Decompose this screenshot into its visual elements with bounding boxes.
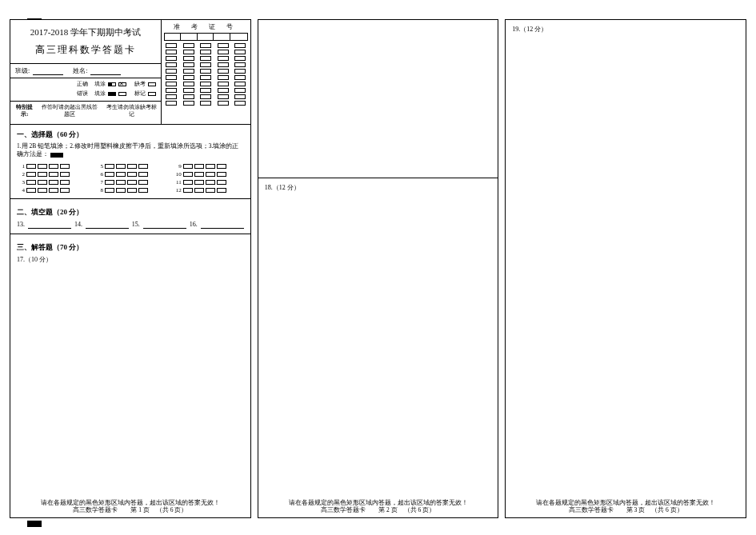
sec1-title: 一、选择题（60 分） <box>17 130 244 140</box>
footer-p1: 高三数学答题卡 第 1 页 （共 6 页） <box>73 506 187 513</box>
page-1: 2017-2018 学年下期期中考试 高三理科数学答题卡 班级: 姓名: 正确 … <box>10 19 251 518</box>
section-fill: 二、填空题（20 分） 13. 14. 15. 16. <box>10 202 250 238</box>
notice-l2: 考生请勿填涂缺考标记 <box>106 104 158 118</box>
exam-id-bubble-grid[interactable] <box>164 43 248 106</box>
class-blank[interactable] <box>33 68 63 75</box>
sec1-instr: 1.用 2B 铅笔填涂；2.修改时用塑料橡皮擦干净后，重新填涂所选项；3.填涂的… <box>17 142 244 159</box>
page-3: 19.（12 分） 请在各题规定的黑色矩形区域内答题，超出该区域的答案无效！ 高… <box>505 19 746 518</box>
page-2: 18.（12 分） 请在各题规定的黑色矩形区域内答题，超出该区域的答案无效！ 高… <box>258 19 499 518</box>
header-left: 2017-2018 学年下期期中考试 高三理科数学答题卡 班级: 姓名: 正确 … <box>10 20 161 124</box>
correct-label: 正确 <box>77 81 88 89</box>
q13-label: 13. <box>17 221 25 229</box>
fill-label2: 填涂 <box>94 90 106 98</box>
footer-p2: 高三数学答题卡 第 2 页 （共 6 页） <box>321 506 435 513</box>
exam-title-1: 2017-2018 学年下期期中考试 <box>15 26 156 38</box>
sec3-title: 三、解答题（70 分） <box>17 242 244 253</box>
class-label: 班级: <box>15 66 30 75</box>
sec2-title: 二、填空题（20 分） <box>17 207 244 218</box>
demo-x-icon <box>118 82 126 86</box>
qn-7: 7 <box>95 179 103 186</box>
name-label: 姓名: <box>73 66 87 75</box>
section-answer: 三、解答题（70 分） 17.（10 分） <box>10 238 250 517</box>
qn-5: 5 <box>95 163 103 170</box>
page2-footer: 请在各题规定的黑色矩形区域内答题，超出该区域的答案无效！ 高三数学答题卡 第 2… <box>258 499 498 515</box>
q18-label: 18.（12 分） <box>265 184 300 191</box>
qn-4: 4 <box>17 187 25 194</box>
notice-row: 特别提示: 作答时请勿超出黑线答题区 考生请勿填涂缺考标记 <box>10 102 161 121</box>
qn-11: 11 <box>174 179 182 186</box>
page1-header: 2017-2018 学年下期期中考试 高三理科数学答题卡 班级: 姓名: 正确 … <box>10 20 250 125</box>
q17-label: 17.（10 分） <box>17 255 244 264</box>
answer-sheets: 2017-2018 学年下期期中考试 高三理科数学答题卡 班级: 姓名: 正确 … <box>10 19 746 518</box>
footer-p3: 高三数学答题卡 第 3 页 （共 6 页） <box>569 506 683 513</box>
q15-label: 15. <box>132 221 140 229</box>
page2-upper-box[interactable] <box>258 20 498 178</box>
error-label: 错误 <box>77 90 88 98</box>
qn-3: 3 <box>17 179 25 186</box>
mark-label: 标记 <box>134 90 146 98</box>
absent-label: 缺考 <box>134 81 146 89</box>
student-info-box: 班级: 姓名: 正确 填涂 缺考 <box>10 63 161 121</box>
footer-warn: 请在各题规定的黑色矩形区域内答题，超出该区域的答案无效！ <box>41 499 220 506</box>
class-name-row: 班级: 姓名: <box>10 64 161 78</box>
mark-box-icon <box>148 92 156 96</box>
q14-label: 14. <box>74 221 82 229</box>
page3-box[interactable]: 19.（12 分） <box>506 20 746 517</box>
q16-label: 16. <box>190 221 198 229</box>
q19-label: 19.（12 分） <box>512 26 547 33</box>
demo-half-icon <box>108 82 116 86</box>
page2-lower-box[interactable]: 18.（12 分） <box>258 178 498 517</box>
fill-demo-solid-icon <box>50 153 63 158</box>
demo-empty-icon <box>118 92 126 96</box>
footer-warn-3: 请在各题规定的黑色矩形区域内答题，超出该区域的答案无效！ <box>536 499 715 506</box>
notice-l1: 作答时请勿超出黑线答题区 <box>39 104 100 118</box>
section-choice: 一、选择题（60 分） 1.用 2B 铅笔填涂；2.修改时用塑料橡皮擦干净后，重… <box>10 125 250 202</box>
exam-title-2: 高三理科数学答题卡 <box>15 43 156 57</box>
fill-demo-row: 正确 填涂 缺考 错误 填涂 <box>10 78 161 102</box>
qn-9: 9 <box>174 163 182 170</box>
qn-10: 10 <box>174 171 182 178</box>
qn-8: 8 <box>95 187 103 194</box>
demo-solid-icon <box>108 92 116 96</box>
qn-2: 2 <box>17 171 25 178</box>
qn-12: 12 <box>174 187 182 194</box>
qn-1: 1 <box>17 163 25 170</box>
page3-footer: 请在各题规定的黑色矩形区域内答题，超出该区域的答案无效！ 高三数学答题卡 第 3… <box>506 499 746 515</box>
exam-id-write[interactable] <box>164 33 248 41</box>
fill-blank-row[interactable]: 13. 14. 15. 16. <box>17 221 244 229</box>
fill-label: 填涂 <box>94 81 106 89</box>
qn-6: 6 <box>95 171 103 178</box>
choice-bubble-grid[interactable]: 1 5 9 2 6 10 3 7 11 4 8 12 <box>17 163 244 194</box>
exam-id-title: 准 考 证 号 <box>164 22 248 31</box>
page1-footer: 请在各题规定的黑色矩形区域内答题，超出该区域的答案无效！ 高三数学答题卡 第 1… <box>10 499 250 515</box>
notice-title: 特别提示: <box>14 104 36 118</box>
corner-marker-bl <box>27 521 42 527</box>
exam-id-panel: 准 考 证 号 <box>161 20 250 124</box>
absent-box-icon <box>148 82 156 86</box>
name-blank[interactable] <box>90 68 121 75</box>
footer-warn-2: 请在各题规定的黑色矩形区域内答题，超出该区域的答案无效！ <box>289 499 468 506</box>
